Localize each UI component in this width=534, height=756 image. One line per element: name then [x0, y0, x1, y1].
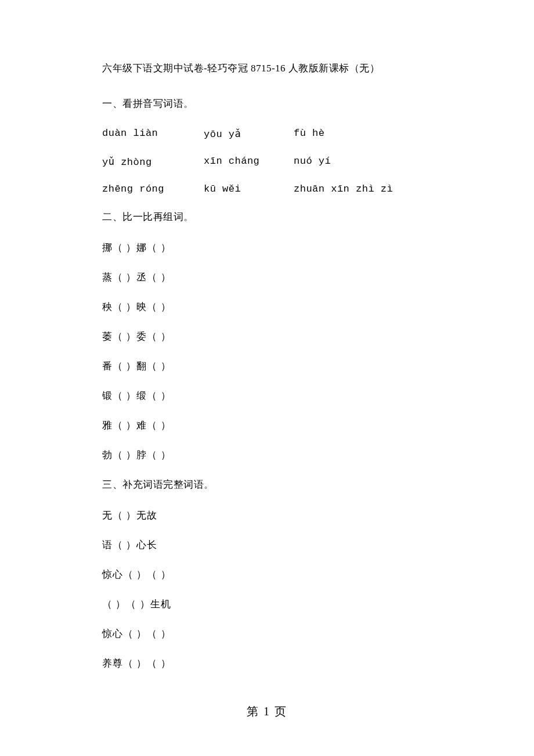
pinyin-cell: yōu yǎ [204, 128, 294, 140]
document-page: 六年级下语文期中试卷-轻巧夺冠 8715-16 人教版新课标（无） 一、看拼音写… [0, 0, 534, 756]
pinyin-cell: yǔ zhòng [102, 156, 204, 168]
pinyin-cell: kū wěi [204, 183, 294, 195]
exercise-item: 惊心（ ）（ ） [102, 568, 434, 581]
page-number: 第 1 页 [0, 704, 534, 719]
pinyin-cell: xīn cháng [204, 156, 294, 168]
section-1-heading: 一、看拼音写词语。 [102, 97, 434, 110]
exercise-item: 语（ ）心长 [102, 538, 434, 552]
exercise-item: 锻（ ）缎（ ） [102, 389, 434, 402]
exercise-item: 秧（ ）映（ ） [102, 300, 434, 314]
pinyin-cell: duàn liàn [102, 128, 204, 140]
pinyin-row: duàn liàn yōu yǎ fù hè [102, 128, 434, 140]
exercise-item: 挪（ ）娜（ ） [102, 241, 434, 254]
pinyin-row: yǔ zhòng xīn cháng nuó yí [102, 156, 434, 168]
exercise-item: 蒸（ ）丞（ ） [102, 271, 434, 284]
document-title: 六年级下语文期中试卷-轻巧夺冠 8715-16 人教版新课标（无） [102, 62, 434, 75]
exercise-item: 雅（ ）难（ ） [102, 419, 434, 432]
pinyin-row: zhēng róng kū wěi zhuān xīn zhì zì [102, 183, 434, 195]
pinyin-cell: fù hè [294, 128, 434, 140]
pinyin-cell: nuó yí [294, 156, 434, 168]
exercise-item: 萎（ ）委（ ） [102, 330, 434, 343]
section-2-heading: 二、比一比再组词。 [102, 210, 434, 224]
exercise-item: （ ）（ ）生机 [102, 597, 434, 611]
exercise-item: 勃（ ）脖（ ） [102, 448, 434, 462]
exercise-item: 养尊（ ）（ ） [102, 657, 434, 670]
exercise-item: 番（ ）翻（ ） [102, 359, 434, 373]
exercise-item: 无（ ）无故 [102, 509, 434, 522]
pinyin-cell: zhuān xīn zhì zì [294, 183, 434, 195]
section-3-heading: 三、补充词语完整词语。 [102, 478, 434, 491]
pinyin-cell: zhēng róng [102, 183, 204, 195]
exercise-item: 惊心（ ）（ ） [102, 627, 434, 640]
